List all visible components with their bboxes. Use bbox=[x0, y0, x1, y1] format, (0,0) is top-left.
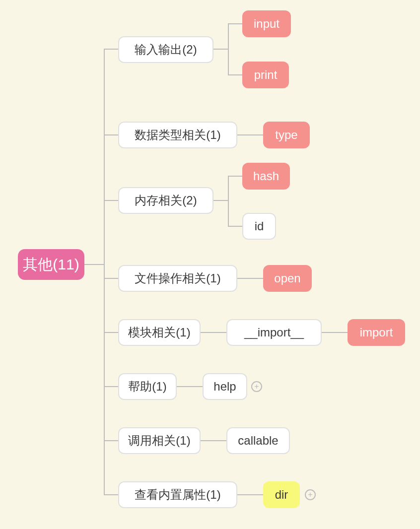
expand-icon-glyph: + bbox=[254, 383, 259, 391]
leaf-type[interactable]: type bbox=[263, 122, 310, 148]
leaf-dir-label: dir bbox=[275, 488, 288, 502]
leaf-id-label: id bbox=[255, 219, 264, 233]
leaf-hash[interactable]: hash bbox=[242, 163, 290, 190]
branch-memory[interactable]: 内存相关(2) bbox=[118, 187, 213, 214]
leaf-print-label: print bbox=[254, 68, 278, 82]
mindmap-canvas: 其他(11) 输入输出(2) input print 数据类型相关(1) typ… bbox=[0, 0, 420, 529]
branch-file[interactable]: 文件操作相关(1) bbox=[118, 265, 237, 292]
root-label: 其他(11) bbox=[23, 255, 79, 275]
branch-memory-label: 内存相关(2) bbox=[135, 193, 197, 208]
branch-attr-label: 查看内置属性(1) bbox=[135, 487, 220, 503]
leaf-callable-label: callable bbox=[238, 434, 278, 448]
expand-icon-dir[interactable]: + bbox=[305, 489, 316, 500]
branch-io[interactable]: 输入输出(2) bbox=[118, 36, 213, 63]
root-node[interactable]: 其他(11) bbox=[18, 249, 84, 280]
branch-help-label: 帮助(1) bbox=[128, 379, 166, 395]
leaf-hash-label: hash bbox=[253, 169, 279, 183]
leaf-help[interactable]: help bbox=[203, 373, 247, 400]
leaf-dunder-import[interactable]: __import__ bbox=[226, 319, 322, 346]
leaf-input-label: input bbox=[254, 17, 280, 31]
branch-module[interactable]: 模块相关(1) bbox=[118, 319, 201, 346]
branch-call[interactable]: 调用相关(1) bbox=[118, 427, 201, 454]
expand-icon-help[interactable]: + bbox=[251, 381, 262, 392]
leaf-help-label: help bbox=[213, 380, 236, 394]
leaf-print[interactable]: print bbox=[242, 62, 289, 88]
branch-help[interactable]: 帮助(1) bbox=[118, 373, 177, 400]
leaf-id[interactable]: id bbox=[242, 213, 276, 240]
leaf-dir[interactable]: dir bbox=[263, 481, 300, 508]
leaf-callable[interactable]: callable bbox=[226, 427, 290, 454]
leaf-import-label: import bbox=[360, 326, 393, 339]
branch-module-label: 模块相关(1) bbox=[128, 325, 190, 340]
branch-io-label: 输入输出(2) bbox=[135, 42, 197, 58]
expand-icon-glyph: + bbox=[308, 491, 312, 499]
branch-call-label: 调用相关(1) bbox=[128, 433, 190, 449]
leaf-open-label: open bbox=[274, 271, 300, 285]
leaf-type-label: type bbox=[275, 128, 297, 142]
branch-file-label: 文件操作相关(1) bbox=[135, 270, 220, 286]
leaf-dunder-import-label: __import__ bbox=[244, 326, 304, 339]
branch-type[interactable]: 数据类型相关(1) bbox=[118, 122, 237, 148]
branch-type-label: 数据类型相关(1) bbox=[135, 127, 220, 143]
leaf-import[interactable]: import bbox=[348, 319, 405, 346]
leaf-input[interactable]: input bbox=[242, 10, 291, 37]
branch-attr[interactable]: 查看内置属性(1) bbox=[118, 481, 237, 508]
leaf-open[interactable]: open bbox=[263, 265, 312, 292]
